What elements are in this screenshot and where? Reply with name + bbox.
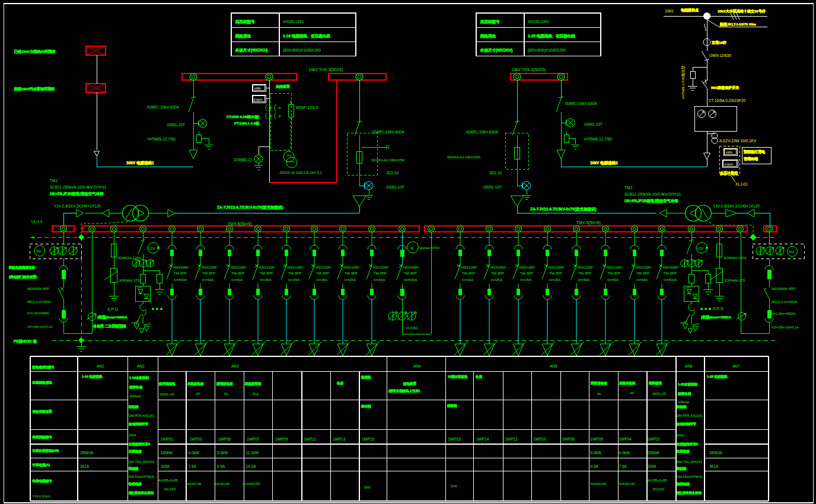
svg-text:TM-3PP: TM-3PP xyxy=(231,272,244,275)
svg-text:1#潜水泵配电: 1#潜水泵配电 xyxy=(448,375,468,379)
svg-text:ALg: ALg xyxy=(252,392,259,395)
svg-text:L1~L3: L1~L3 xyxy=(31,219,43,224)
svg-text:备用: 备用 xyxy=(336,381,344,385)
svg-text:JLSZV-10W 10/0.1KV: JLSZV-10W 10/0.1KV xyxy=(719,139,757,143)
svg-text:SCB11-250kVA-10/0.4kV-D/Yn11: SCB11-250kVA-10/0.4kV-D/Yn11 xyxy=(50,185,107,189)
svg-text:5.0kW: 5.0kW xyxy=(217,451,228,455)
svg-text:In=16A: In=16A xyxy=(462,278,473,282)
svg-text:NSX100F-: NSX100F- xyxy=(288,266,304,269)
svg-text:HXGN-12kV: HXGN-12kV xyxy=(528,20,549,24)
svg-text:1WP12: 1WP12 xyxy=(505,437,518,441)
svg-text:NSX600N-3PP: NSX600N-3PP xyxy=(27,287,49,291)
svg-text:设备安装位置: 设备安装位置 xyxy=(33,409,53,414)
svg-text:配电装置: 配电装置 xyxy=(403,381,417,386)
svg-text:Uk=4%,IP20箱壳;强迫空气冷却: Uk=4%,IP20箱壳;强迫空气冷却 xyxy=(624,199,678,203)
svg-text:Ir2=10In tr2=0.2s: Ir2=10In tr2=0.2s xyxy=(27,325,52,328)
svg-text:新建JKLYJ-10/70 30m: 新建JKLYJ-10/70 30m xyxy=(719,22,756,27)
svg-text:计算负荷容量(kW): 计算负荷容量(kW) xyxy=(33,449,59,453)
svg-text:(600+600)X1000X200: (600+600)X1000X200 xyxy=(528,48,566,53)
svg-text:负控装置: 负控装置 xyxy=(275,84,290,89)
svg-text:7.6A: 7.6A xyxy=(189,464,197,468)
svg-text:低压计量箱: 低压计量箱 xyxy=(719,171,738,176)
svg-text:1WP10: 1WP10 xyxy=(534,437,547,441)
svg-text:kWh: kWh xyxy=(254,87,261,90)
svg-text:SDXF)LAJ-10kV/25A: SDXF)LAJ-10kV/25A xyxy=(447,155,480,159)
svg-text:ISARC-10kV-630A: ISARC-10kV-630A xyxy=(466,130,498,134)
svg-text:Qpower-0P20: Qpower-0P20 xyxy=(419,246,439,250)
svg-text:1WP05: 1WP05 xyxy=(218,437,231,441)
svg-text:回路用途: 回路用途 xyxy=(235,34,251,39)
svg-text:NSX100F-: NSX100F- xyxy=(373,266,390,269)
svg-text:PH: PH xyxy=(789,250,794,254)
svg-text:In=400A: In=400A xyxy=(664,278,677,282)
svg-text:NSX100F-: NSX100F- xyxy=(202,266,218,269)
svg-text:7.6A: 7.6A xyxy=(619,464,627,468)
svg-text:PH: PH xyxy=(37,250,42,253)
svg-text:SCB11-250kVA-10/0.4kV-D/Yn11: SCB11-250kVA-10/0.4kV-D/Yn11 xyxy=(624,192,681,196)
svg-text:照明配电箱: 照明配电箱 xyxy=(216,382,233,386)
svg-text:5.0kW: 5.0kW xyxy=(591,451,602,455)
svg-text:1-2# 电源进线: 1-2# 电源进线 xyxy=(707,375,728,379)
svg-text:5x6/SC40: 5x6/SC40 xyxy=(619,482,635,486)
svg-text:In=40A: In=40A xyxy=(231,278,243,282)
svg-text:In=40A: In=40A xyxy=(578,278,589,282)
svg-text:计算电流(A): 计算电流(A) xyxy=(33,463,50,467)
svg-text:361A: 361A xyxy=(80,464,90,468)
svg-text:In=25A: In=25A xyxy=(520,278,531,282)
svg-text:格栅机: 格栅机 xyxy=(361,375,371,379)
svg-text:配电箱(柜)编号: 配电箱(柜)编号 xyxy=(33,365,55,369)
svg-text:SDXF)LAJ-10kV/25A: SDXF)LAJ-10kV/25A xyxy=(371,158,404,162)
svg-text:9.5A: 9.5A xyxy=(591,464,599,468)
svg-text:50G跌落保护开关: 50G跌落保护开关 xyxy=(711,85,739,90)
svg-text:主断路器: 主断路器 xyxy=(676,449,690,454)
svg-text:5x6/SC40: 5x6/SC40 xyxy=(186,482,202,486)
svg-text:AN7: AN7 xyxy=(732,364,740,368)
svg-text:NSX100F-: NSX100F- xyxy=(607,266,623,269)
svg-text:In=25A: In=25A xyxy=(316,278,327,282)
svg-text:1WP16: 1WP16 xyxy=(448,437,461,441)
svg-text:HY5WS-12.7/50: HY5WS-12.7/50 xyxy=(584,137,612,141)
svg-text:1-2#水泵控制: 1-2#水泵控制 xyxy=(678,382,698,387)
svg-text:kWh: kWh xyxy=(726,151,732,154)
svg-text:In=63A: In=63A xyxy=(636,278,648,282)
svg-text:JD2-10: JD2-10 xyxy=(489,171,502,175)
svg-text:直埋1#杆: 直埋1#杆 xyxy=(711,40,726,44)
svg-text:TM-3PP: TM-3PP xyxy=(288,272,301,275)
svg-text:DM-PFR-AX(2)X1: DM-PFR-AX(2)X1 xyxy=(129,414,155,417)
svg-text:S P D: S P D xyxy=(107,307,118,311)
svg-text:AF: AF xyxy=(630,391,635,395)
svg-text:热继电器: 热继电器 xyxy=(676,482,690,486)
svg-text:电缆搭接点: 电缆搭接点 xyxy=(681,8,699,12)
svg-text:AF: AF xyxy=(196,392,200,395)
svg-text:250kVA: 250kVA xyxy=(709,451,723,455)
svg-text:JOPHAV-275: JOPHAV-275 xyxy=(724,279,745,282)
svg-text:AN6: AN6 xyxy=(685,364,693,368)
svg-text:/SC100: /SC100 xyxy=(164,487,176,491)
svg-text:YJV-0.6/1kV-3X240+1X120: YJV-0.6/1kV-3X240+1X120 xyxy=(54,204,101,208)
svg-text:JOPHAV-275: JOPHAV-275 xyxy=(119,279,140,282)
svg-text:(附)启动停止按钮: (附)启动停止按钮 xyxy=(677,491,702,495)
svg-text:100kvar: 100kvar xyxy=(678,400,690,404)
svg-text:已建10kV力强线(#)环网柜: 已建10kV力强线(#)环网柜 xyxy=(14,49,55,54)
svg-text:两路电源进线互投: 两路电源进线互投 xyxy=(8,266,36,270)
svg-text:HY5WS-12.7/50: HY5WS-12.7/50 xyxy=(148,137,176,141)
svg-text:TM-3PP: TM-3PP xyxy=(374,272,387,275)
svg-text:Ir=1.0Ir(=400A): Ir=1.0Ir(=400A) xyxy=(772,312,796,315)
svg-text:待核相: 待核相 xyxy=(447,404,457,408)
svg-text:AL: AL xyxy=(224,392,229,395)
svg-text:NSX600N-3PP: NSX600N-3PP xyxy=(772,287,795,291)
svg-text:TM-3PP: TM-3PP xyxy=(174,272,187,275)
svg-text:ISARC-10kV-630A: ISARC-10kV-630A xyxy=(565,101,597,106)
svg-text:11.1kW: 11.1kW xyxy=(246,451,259,455)
svg-text:TMY-5(50×5): TMY-5(50×5) xyxy=(576,221,601,225)
svg-text:NSX100F-: NSX100F- xyxy=(461,266,478,269)
svg-text:外形尺寸(WXDXH): 外形尺寸(WXDXH) xyxy=(480,48,513,53)
svg-text:150kW: 150kW xyxy=(648,451,660,455)
svg-text:柜带补偿: 柜带补偿 xyxy=(677,392,691,395)
svg-text:ZA-YJV22-8.7/15kV-3x70(沿支架敷设): ZA-YJV22-8.7/15kV-3x70(沿支架敷设) xyxy=(217,205,283,210)
svg-text:/SC100: /SC100 xyxy=(652,487,665,491)
svg-text:150kW: 150kW xyxy=(161,451,173,455)
svg-text:TM-3PP: TM-3PP xyxy=(636,272,649,275)
svg-text:(600+600)X1000X200: (600+600)X1000X200 xyxy=(283,48,321,53)
svg-text:廊桥用电箱: 廊桥用电箱 xyxy=(590,381,607,385)
